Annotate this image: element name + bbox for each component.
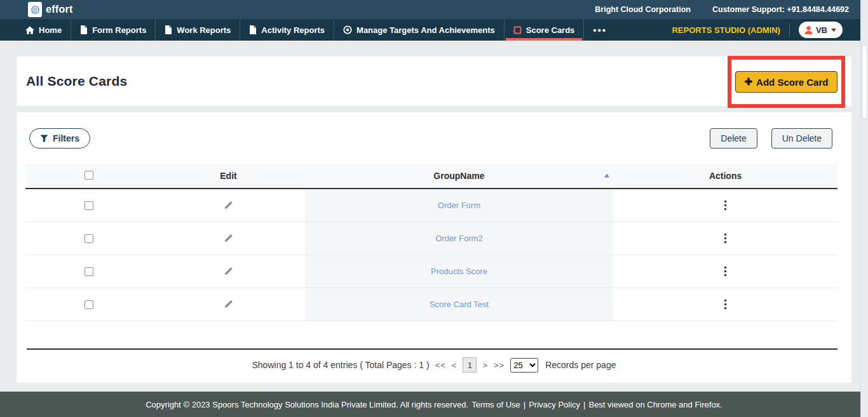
group-name-link[interactable]: Order Form [438,201,480,210]
previous-page-button[interactable]: < [452,361,458,370]
table-row: Order Form2 [25,222,837,255]
file-icon [165,25,172,34]
filters-button[interactable]: Filters [29,128,90,149]
privacy-policy-link[interactable]: Privacy Policy [529,400,580,409]
title-card: All Score Cards [17,56,851,106]
target-icon [343,25,352,34]
filter-funnel-icon [40,135,48,143]
edit-button[interactable] [223,299,234,310]
scorecard-icon [513,26,522,34]
plus-icon: ✚ [745,76,753,88]
pagination-summary: Showing 1 to 4 of 4 entries ( Total Page… [252,360,430,370]
company-name: Bright Cloud Corporation [595,5,691,14]
nav-more-button[interactable]: ••• [583,19,616,41]
pagination-bar: Showing 1 to 4 of 4 entries ( Total Page… [17,350,851,380]
page-title: All Score Cards [26,74,127,89]
row-checkbox[interactable] [85,201,93,210]
next-page-button[interactable]: > [482,361,488,370]
group-name-link[interactable]: Score Card Test [430,300,489,309]
footer-separator: | [524,400,526,409]
table-row: Order Form [25,189,837,222]
group-name-link[interactable]: Products Score [431,267,487,276]
table-row: Score Card Test [25,288,837,321]
select-all-checkbox[interactable] [85,171,93,180]
nav-item-activity-reports[interactable]: Activity Reports [240,19,334,41]
more-icon: ••• [593,25,607,36]
row-actions-kebab-icon[interactable] [724,266,727,277]
edit-button[interactable] [223,266,234,277]
undelete-button[interactable]: Un Delete [771,128,832,149]
brand-name: effort [46,4,73,15]
home-icon [25,26,34,34]
pencil-icon [223,299,234,310]
column-header-groupname[interactable]: GroupName [305,171,614,181]
records-per-page-label: Records per page [545,360,616,370]
customer-support-text: Customer Support: +91.84484.44692 [712,5,849,14]
records-per-page-select[interactable]: 25 [510,358,538,373]
row-checkbox[interactable] [85,234,93,243]
page-content: All Score Cards ✚ Add Score Card Filters… [0,41,868,392]
highlight-annotation-box: ✚ Add Score Card [728,56,845,108]
row-actions-kebab-icon[interactable] [724,200,727,211]
file-icon [80,25,88,34]
pencil-icon [223,233,234,244]
vertical-scrollbar[interactable] [860,0,868,417]
edit-button[interactable] [223,233,234,244]
first-page-button[interactable]: << [435,361,446,370]
nav-item-score-cards[interactable]: Score Cards [504,19,584,41]
edit-button[interactable] [223,200,234,211]
scrollbar-thumb[interactable] [862,44,867,119]
user-initials: VB [816,25,827,35]
copyright-text: Copyright © 2023 Spoors Technology Solut… [146,400,468,409]
main-nav: Home Form Reports Work Reports Activity … [0,19,868,41]
nav-item-home[interactable]: Home [17,19,71,41]
last-page-button[interactable]: >> [494,361,505,370]
user-avatar-icon [804,25,813,35]
add-score-card-button[interactable]: ✚ Add Score Card [735,71,838,93]
chevron-down-icon [831,29,836,32]
group-name-link[interactable]: Order Form2 [435,234,482,243]
page-footer: Copyright © 2023 Spoors Technology Solut… [0,392,868,417]
file-icon [249,25,257,34]
nav-divider [789,23,790,37]
row-actions-kebab-icon[interactable] [724,299,727,310]
column-header-actions[interactable]: Actions [613,171,837,181]
delete-button[interactable]: Delete [710,128,757,149]
current-page-indicator[interactable]: 1 [463,357,477,373]
row-actions-kebab-icon[interactable] [724,233,727,244]
terms-of-use-link[interactable]: Terms of Use [471,400,520,409]
row-checkbox[interactable] [85,267,93,276]
sort-ascending-icon[interactable] [604,173,609,177]
nav-item-form-reports[interactable]: Form Reports [71,19,155,41]
table-header-row: Edit GroupName Actions [25,164,837,189]
score-cards-table: Edit GroupName Actions Order Form [25,164,837,321]
user-menu-button[interactable]: VB [799,22,843,38]
effort-logo-icon [28,2,42,17]
nav-item-manage-targets[interactable]: Manage Targets And Achievements [334,19,504,41]
brand-logo[interactable]: effort [28,2,73,17]
pencil-icon [223,200,234,211]
role-label: REPORTS STUDIO (ADMIN) [672,25,780,35]
row-checkbox[interactable] [85,300,93,309]
column-header-edit[interactable]: Edit [152,171,304,181]
top-bar: effort Bright Cloud Corporation Customer… [0,0,868,19]
pencil-icon [223,266,234,277]
score-cards-panel: Filters Delete Un Delete Edit GroupName … [17,112,851,383]
nav-item-work-reports[interactable]: Work Reports [155,19,240,41]
footer-separator: | [583,400,585,409]
browser-notice-text: Best viewed on Chrome and Firefox. [588,400,722,409]
table-row: Products Score [25,255,837,288]
